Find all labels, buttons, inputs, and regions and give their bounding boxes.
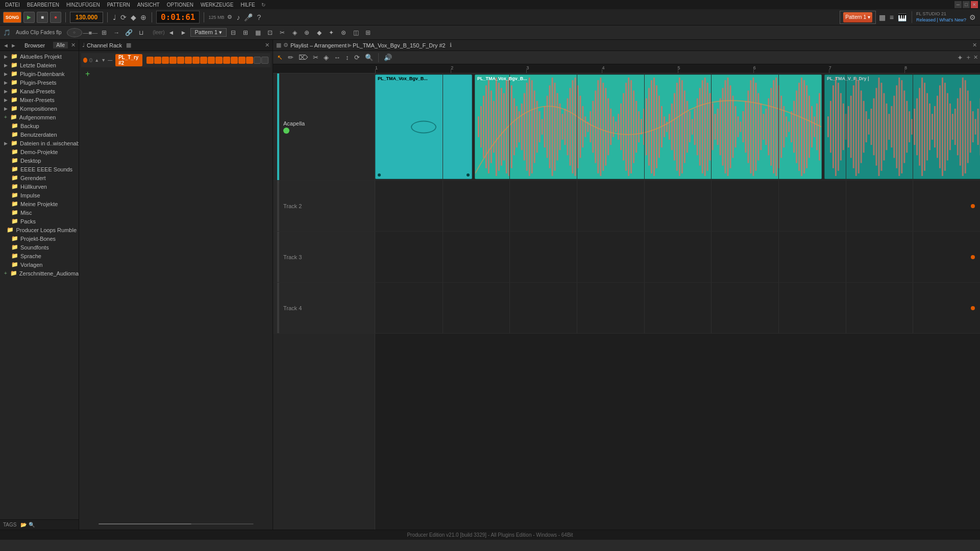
zoom-in-tool[interactable]: 🔍 [363,53,375,62]
channel-cell-14[interactable] [254,57,261,64]
speaker-tool[interactable]: 🔊 [382,53,394,62]
close-button[interactable]: ✕ [971,1,978,8]
tool11[interactable]: ◫ [350,27,361,38]
clip-waveform-2[interactable]: PL_TMA_V_F_Dry | [824,74,980,179]
channel-cell-15[interactable] [261,57,268,64]
tool8[interactable]: ◆ [313,27,325,38]
menu-item-ansicht[interactable]: ANSICHT [134,2,163,8]
channel-rack-icon[interactable]: ▦ [878,12,887,22]
browser-item-letzte-dateien[interactable]: ▶📁Letzte Dateien [0,61,79,69]
tool10[interactable]: ⊛ [338,27,349,38]
browser-item-plugin-presets[interactable]: ▶📁Plugin-Presets [0,78,79,87]
channel-cell-4[interactable] [177,57,184,64]
filter-icon[interactable]: Alle [53,42,68,48]
draw-tool[interactable]: ✏ [286,53,296,62]
select-tool[interactable]: ↖ [275,53,285,62]
slip-tool[interactable]: ↕ [344,53,351,62]
browser-item-demo-projekte[interactable]: 📁Demo-Projekte [0,147,79,156]
tool3[interactable]: ▦ [252,27,263,38]
browser-item-plugin-datenbank[interactable]: ▶📁Plugin-Datenbank [0,69,79,78]
play-button[interactable]: ▶ [23,12,35,23]
browser-item-misc[interactable]: 📁Misc [0,208,79,217]
browser-item-packs[interactable]: 📁Packs [0,217,79,226]
playlist-info-icon[interactable]: ℹ [450,42,452,48]
channel-cell-2[interactable] [162,57,169,64]
tool4[interactable]: ⊡ [264,27,276,38]
help-icon[interactable]: ? [256,12,262,22]
menu-item-hilfe[interactable]: HILFE [237,2,258,8]
minimize-button[interactable]: ─ [954,1,962,8]
browser-item-mixer-presets[interactable]: ▶📁Mixer-Presets [0,95,79,104]
browser-item-producer-loops-rumble[interactable]: 📁Producer Loops Rumble [0,226,79,234]
browser-item-gerendert[interactable]: 📁Gerendert [0,173,79,182]
browser-item-vorlagen[interactable]: 📁Vorlagen [0,260,79,269]
browser-item-hüllkurven[interactable]: 📁Hüllkurven [0,182,79,191]
browser-item-backup[interactable]: 📁Backup [0,121,79,130]
metronome-icon[interactable]: ♩ [112,12,117,22]
channel-rack-close[interactable]: ✕ [265,42,270,48]
plugin-icon[interactable]: ♪ [235,12,241,22]
playlist-add-track[interactable]: + [966,54,970,61]
channel-cell-6[interactable] [192,57,200,64]
clip-teal-1[interactable]: PL_TMA_Vox_Bgv_B... [375,74,472,179]
tool12[interactable]: ⊞ [362,27,374,38]
clip-waveform-1[interactable]: PL_TMA_Vox_Bgv_B... [475,74,822,179]
playlist-minimize[interactable]: ✕ [973,54,978,61]
browser-item-dateien-in-d..wischenablage[interactable]: ▶📁Dateien in d..wischenablage [0,139,79,147]
browser-item-sprache[interactable]: 📁Sprache [0,252,79,260]
menu-item-werkzeuge[interactable]: WERKZEUGE [198,2,236,8]
channel-cell-11[interactable] [231,57,238,64]
channel-rack-options[interactable]: ▦ [126,42,131,48]
channel-cell-13[interactable] [246,57,253,64]
track-1-active[interactable] [283,128,289,134]
menu-item-hinzufuegen[interactable]: HINZUFÜGEN [63,2,103,8]
mute-tool[interactable]: ↔ [332,53,342,62]
mixer-icon[interactable]: ⊕ [139,12,148,22]
channel-cell-5[interactable] [185,57,192,64]
tool9[interactable]: ✦ [326,27,337,38]
tool6[interactable]: ◈ [289,27,300,38]
menu-item-pattern[interactable]: PATTERN [104,2,133,8]
link-button[interactable]: 🔗 [123,27,134,38]
stop-button[interactable]: ■ [37,12,48,23]
maximize-button[interactable]: □ [963,1,970,8]
channel-cell-0[interactable] [146,57,154,64]
playlist-move-icon[interactable]: ✦ [957,54,963,62]
playlist-settings-icon[interactable]: ⚙ [283,42,288,48]
loop-icon[interactable]: ⟳ [119,12,128,22]
cpu-icon[interactable]: ⚙ [226,13,233,21]
menu-item-optionen[interactable]: OPTIONEN [164,2,197,8]
track-2-content[interactable] [375,181,980,231]
channel-cell-7[interactable] [200,57,207,64]
next-button[interactable]: ► [178,27,189,38]
add-channel-button[interactable]: + [81,67,271,81]
channel-cell-12[interactable] [238,57,246,64]
channel-cell-10[interactable] [223,57,230,64]
browser-item-benutzerdaten[interactable]: 📁Benutzerdaten [0,130,79,139]
browser-item-meine-projekte[interactable]: 📁Meine Projekte [0,199,79,208]
prev-button[interactable]: ◄ [166,27,177,38]
pattern-selector[interactable]: Pattern 1 ▾ [840,11,875,24]
channel-vol-icon[interactable]: — [108,58,113,63]
browser-item-desktop[interactable]: 📁Desktop [0,156,79,165]
clip-knob[interactable]: ○ [67,28,82,37]
mixer-icon2[interactable]: ≡ [889,12,895,22]
arrow-right-button[interactable]: → [111,27,122,38]
channel-cell-9[interactable] [215,57,223,64]
browser-close[interactable]: ✕ [71,42,76,48]
browser-item-aktuelles-projekt[interactable]: ▶📁Aktuelles Projekt [0,52,79,61]
channel-mute-dot[interactable] [89,58,93,62]
browser-item-kompositionen[interactable]: ▶📁Kompositionen [0,104,79,113]
tool5[interactable]: ✂ [277,27,288,38]
pattern-1-button[interactable]: Pattern 1 ▾ [190,28,227,37]
piano-roll-icon[interactable]: 🎹 [897,12,908,22]
channel-cell-8[interactable] [208,57,215,64]
browser-item-aufgenommen[interactable]: +📁Aufgenommen [0,113,79,121]
tool7[interactable]: ⊕ [301,27,312,38]
track-4-content[interactable] [375,283,980,333]
menu-item-bearbeiten[interactable]: BEARBEITEN [24,2,62,8]
settings-icon[interactable]: ⚙ [968,12,977,22]
channel-volume-slider[interactable] [99,523,253,524]
song-button[interactable]: SONG [3,12,21,23]
track-1-content[interactable]: PL_TMA_Vox_Bgv_B... PL_TMA_Vox_Bgv_B... [375,73,980,180]
